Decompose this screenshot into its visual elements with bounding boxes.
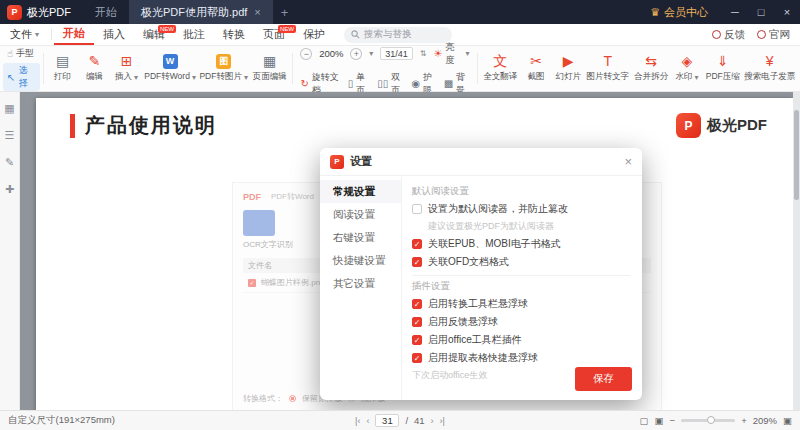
vip-center-button[interactable]: ♛ 会员中心 [650,5,708,20]
zoom-slider[interactable] [681,419,735,422]
prev-page-button[interactable]: ‹ [366,416,369,426]
search-placeholder: 搜索与替换 [364,28,412,41]
checkbox-label: 关联OFD文档格式 [428,255,509,269]
fit-page-icon[interactable]: ▢ [640,415,649,426]
zoom-out-button[interactable]: − [670,415,676,426]
checkbox-checked-icon[interactable]: ✓ [412,299,422,309]
last-page-button[interactable]: ›| [440,416,445,426]
menu-tab-edit[interactable]: 编辑 NEW [134,24,174,45]
file-menu[interactable]: 文件 ▾ [0,24,49,45]
fit-width-icon[interactable]: ▣ [655,415,664,426]
checkbox-checked-icon[interactable]: ✓ [412,353,422,363]
insert-icon: ⊞ [121,54,133,69]
workspace: ▦ ☰ ✎ ✚ 产品使用说明 P 极光PDF PDF [0,92,800,410]
dialog-nav-context-menu[interactable]: 右键设置 [320,226,401,249]
menu-tab-insert[interactable]: 插入 [94,24,134,45]
minimize-button[interactable]: ─ [722,6,748,18]
menu-tab-convert[interactable]: 转换 [214,24,254,45]
checkbox-feedback-floatball[interactable]: ✓ 启用反馈悬浮球 [412,315,630,329]
checkbox-checked-icon[interactable]: ✓ [412,335,422,345]
invoice-icon: ¥ [766,54,774,69]
slideshow-button[interactable]: ▶ 幻灯片 [552,48,584,89]
zoom-level[interactable]: 200% [319,48,343,59]
settings-dialog: P 设置 × 常规设置 阅读设置 右键设置 快捷键设置 其它设置 默认阅读设置 [320,148,642,400]
zoom-percent[interactable]: 209% [753,415,777,426]
vertical-scrollbar[interactable] [793,92,800,410]
page-size-label: 自定义尺寸(191×275mm) [8,414,228,427]
chevron-down-icon[interactable]: ▾ [369,49,373,58]
page-edit-button[interactable]: ▦ 页面编辑 [250,48,290,89]
thumbnails-panel-icon[interactable]: ▦ [4,102,14,115]
close-button[interactable]: × [774,6,800,18]
fullscreen-icon[interactable]: ▣ [783,415,792,426]
website-label: 官网 [769,28,790,42]
brightness-button[interactable]: ☀ 亮度 ▾ [433,41,469,67]
page-spinner-icon[interactable]: ⇅ [420,49,427,58]
pdf-to-image-label: PDF转图片▾ [199,71,248,83]
dialog-header[interactable]: P 设置 × [320,148,642,176]
attachment-panel-icon[interactable]: ✚ [5,183,14,196]
insert-button[interactable]: ⊞ 插入▾ [111,48,143,89]
page-input[interactable]: 31 [375,414,399,427]
translate-button[interactable]: 文 全文翻译 [481,48,521,89]
dialog-nav-other[interactable]: 其它设置 [320,272,401,295]
select-mode-button[interactable]: ↖ 选择 [3,63,40,91]
checkbox-ofd[interactable]: ✓ 关联OFD文档格式 [412,255,630,269]
invoice-search-button[interactable]: ¥ 搜索电子发票 [743,48,797,89]
checkbox-checked-icon[interactable]: ✓ [412,239,422,249]
dialog-close-icon[interactable]: × [624,154,632,169]
website-link[interactable]: 官网 [757,28,790,42]
app-logo-icon: P [7,5,22,20]
menu-tab-page[interactable]: 页面 NEW [254,24,294,45]
checkbox-epub-mobi[interactable]: ✓ 关联EPUB、MOBI电子书格式 [412,237,630,251]
checkbox-table-extract-floatball[interactable]: ✓ 启用提取表格快捷悬浮球 [412,351,630,365]
new-tab-button[interactable]: + [273,5,297,20]
preview-logo: PDF [243,192,261,202]
dialog-nav-general[interactable]: 常规设置 [320,180,401,203]
image-to-text-button[interactable]: T 图片转文字 [584,48,631,89]
pdf-to-image-button[interactable]: 图 PDF转图片▾ [198,48,250,89]
pdf-to-word-button[interactable]: W PDF转Word▾ [143,48,198,89]
checkbox-checked-icon[interactable]: ✓ [412,317,422,327]
feedback-label: 反馈 [724,28,745,42]
checkbox-default-reader[interactable]: 设置为默认阅读器，并防止篡改 [412,202,630,216]
tab-close-icon[interactable]: × [254,6,260,18]
menu-tab-protect[interactable]: 保护 [294,24,334,45]
checkbox-checked-icon[interactable]: ✓ [412,257,422,267]
zoom-slider-thumb[interactable] [707,416,715,424]
insert-label: 插入▾ [115,71,138,83]
edit-button[interactable]: ✎ 编辑 [79,48,111,89]
scrollbar-thumb[interactable] [794,110,799,200]
titlebar-tab-document[interactable]: 极光PDF使用帮助.pdf × [129,0,273,24]
chevron-down-icon: ▾ [35,30,39,39]
rotate-icon: ↻ [300,78,308,89]
screenshot-button[interactable]: ✂ 截图 [520,48,552,89]
menu-tab-home[interactable]: 开始 [54,24,94,45]
dialog-nav-reading[interactable]: 阅读设置 [320,203,401,226]
hand-mode-button[interactable]: ☝ 手型 [3,46,40,61]
pdf-compress-button[interactable]: ⇓ PDF压缩 [703,48,743,89]
screenshot-label: 截图 [528,71,545,83]
next-page-button[interactable]: › [431,416,434,426]
zoom-out-button[interactable]: − [300,48,312,60]
outline-panel-icon[interactable]: ☰ [5,129,15,142]
zoom-in-button[interactable]: + [350,48,362,60]
titlebar-tab-home[interactable]: 开始 [83,0,129,24]
save-button[interactable]: 保存 [575,367,632,391]
maximize-button[interactable]: □ [748,6,774,18]
checkbox-office-plugin[interactable]: ✓ 启用office工具栏插件 [412,333,630,347]
invoice-search-label: 搜索电子发票 [744,71,795,83]
watermark-button[interactable]: ◈ 水印▾ [671,48,703,89]
merge-split-button[interactable]: ⇆ 合并拆分 [631,48,671,89]
zoom-in-button[interactable]: + [741,415,747,426]
dialog-nav-shortcuts[interactable]: 快捷键设置 [320,249,401,272]
checkbox-convert-floatball[interactable]: ✓ 启用转换工具栏悬浮球 [412,297,630,311]
menu-tab-annotate[interactable]: 批注 [174,24,214,45]
print-button[interactable]: ▤ 打印 [47,48,79,89]
first-page-button[interactable]: |‹ [355,416,360,426]
brightness-label: 亮度 [445,41,462,67]
page-indicator[interactable]: 31/41 [380,47,413,60]
checkbox-unchecked-icon[interactable] [412,204,422,214]
feedback-link[interactable]: 反馈 [712,28,745,42]
annotation-panel-icon[interactable]: ✎ [5,156,14,169]
